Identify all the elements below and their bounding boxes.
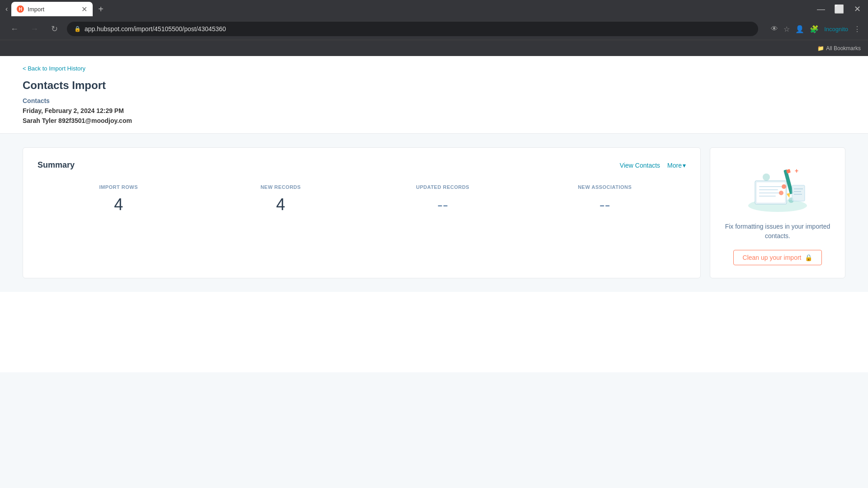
browser-titlebar: ‹ H Import ✕ + — ⬜ ✕ xyxy=(0,0,868,18)
svg-rect-15 xyxy=(792,185,805,201)
new-associations-label: NEW ASSOCIATIONS xyxy=(524,184,686,190)
page-title: Contacts Import xyxy=(23,79,845,92)
address-bar[interactable]: 🔒 app.hubspot.com/import/45105500/post/4… xyxy=(67,22,758,36)
page-user: Sarah Tyler 892f3501@moodjoy.com xyxy=(23,117,845,124)
window-controls: — ⬜ ✕ xyxy=(814,2,864,16)
stat-updated-records: UPDATED RECORDS -- xyxy=(362,184,524,214)
summary-card: Summary View Contacts More ▾ IMPORT ROWS… xyxy=(23,147,701,278)
more-chevron-icon: ▾ xyxy=(683,162,686,169)
page-meta-contacts: Contacts xyxy=(23,97,845,104)
bookmarks-bar: 📁 All Bookmarks xyxy=(0,40,868,56)
eye-off-icon[interactable]: 👁 xyxy=(771,25,778,33)
svg-point-13 xyxy=(763,174,770,181)
cleanup-illustration: + xyxy=(741,160,814,215)
close-button[interactable]: ✕ xyxy=(850,2,864,16)
active-tab[interactable]: H Import ✕ xyxy=(11,2,93,16)
new-associations-value: -- xyxy=(524,195,686,214)
stat-new-records: NEW RECORDS 4 xyxy=(200,184,362,214)
more-label: More xyxy=(667,162,682,169)
bookmarks-label-text: All Bookmarks xyxy=(826,45,861,52)
forward-button[interactable]: → xyxy=(27,22,42,36)
all-bookmarks[interactable]: 📁 All Bookmarks xyxy=(817,45,861,52)
svg-point-7 xyxy=(782,184,786,189)
more-button[interactable]: More ▾ xyxy=(667,162,686,169)
new-records-value: 4 xyxy=(200,195,362,214)
cleanup-description: Fix formatting issues in your imported c… xyxy=(721,222,834,241)
page-body: Summary View Contacts More ▾ IMPORT ROWS… xyxy=(0,134,868,292)
minimize-button[interactable]: — xyxy=(814,2,828,16)
summary-actions: View Contacts More ▾ xyxy=(620,162,686,169)
svg-text:+: + xyxy=(795,167,798,174)
import-rows-value: 4 xyxy=(38,195,200,214)
cleanup-button[interactable]: Clean up your import 🔒 xyxy=(733,250,822,265)
cleanup-lock-icon: 🔒 xyxy=(805,254,812,261)
stats-row: IMPORT ROWS 4 NEW RECORDS 4 UPDATED RECO… xyxy=(38,184,686,214)
browser-window: ‹ H Import ✕ + — ⬜ ✕ ← → ↻ 🔒 app.hubspot… xyxy=(0,0,868,372)
reload-button[interactable]: ↻ xyxy=(47,22,61,36)
extensions-icon[interactable]: 🧩 xyxy=(810,25,819,33)
view-contacts-link[interactable]: View Contacts xyxy=(620,162,660,169)
cleanup-button-label: Clean up your import xyxy=(743,254,802,261)
stat-new-associations: NEW ASSOCIATIONS -- xyxy=(524,184,686,214)
new-tab-button[interactable]: + xyxy=(94,2,107,16)
tab-label: Import xyxy=(28,6,44,13)
summary-header: Summary View Contacts More ▾ xyxy=(38,160,686,170)
tab-navigation-back[interactable]: ‹ xyxy=(4,3,9,15)
url-text: app.hubspot.com/import/45105500/post/430… xyxy=(85,25,226,33)
import-rows-label: IMPORT ROWS xyxy=(38,184,200,190)
browser-toolbar: 👁 ☆ 👤 🧩 Incognito ⋮ xyxy=(771,25,861,33)
back-to-import-link[interactable]: < Back to Import History xyxy=(23,65,845,72)
cleanup-svg: + xyxy=(741,160,814,215)
page-content: < Back to Import History Contacts Import… xyxy=(0,56,868,372)
summary-title: Summary xyxy=(38,160,75,170)
bookmarks-folder-icon: 📁 xyxy=(817,45,824,52)
maximize-button[interactable]: ⬜ xyxy=(832,2,846,16)
menu-icon[interactable]: ⋮ xyxy=(854,25,861,33)
svg-point-8 xyxy=(779,191,783,195)
updated-records-label: UPDATED RECORDS xyxy=(362,184,524,190)
profile-icon[interactable]: 👤 xyxy=(795,25,804,33)
back-button[interactable]: ← xyxy=(7,22,22,36)
stat-import-rows: IMPORT ROWS 4 xyxy=(38,184,200,214)
cleanup-card: + Fix formatting issues in your imported… xyxy=(710,147,845,278)
new-records-label: NEW RECORDS xyxy=(200,184,362,190)
incognito-label: Incognito xyxy=(824,26,848,33)
updated-records-value: -- xyxy=(362,195,524,214)
page-date: Friday, February 2, 2024 12:29 PM xyxy=(23,107,845,114)
browser-nav: ← → ↻ 🔒 app.hubspot.com/import/45105500/… xyxy=(0,18,868,40)
tab-favicon: H xyxy=(17,5,24,13)
lock-security-icon: 🔒 xyxy=(74,26,81,32)
bookmark-icon[interactable]: ☆ xyxy=(783,25,790,33)
page-header: < Back to Import History Contacts Import… xyxy=(0,56,868,134)
tab-close-button[interactable]: ✕ xyxy=(81,5,87,14)
